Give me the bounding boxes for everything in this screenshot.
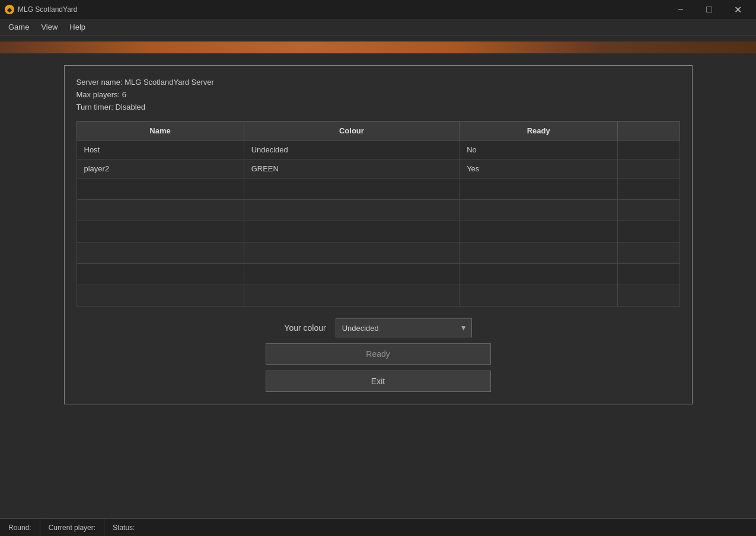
controls-section: Your colour Undecided RED GREEN BLUE YEL… bbox=[76, 318, 680, 392]
lobby-dialog: Server name: MLG ScotlandYard Server Max… bbox=[64, 65, 693, 404]
col-header-name: Name bbox=[76, 122, 244, 141]
status-status: Status: bbox=[104, 519, 143, 536]
colour-dropdown[interactable]: Undecided RED GREEN BLUE YELLOW PURPLE W… bbox=[336, 318, 472, 337]
table-row-empty bbox=[76, 264, 680, 285]
table-row-empty bbox=[76, 221, 680, 243]
table-row-empty bbox=[76, 200, 680, 221]
background-banner bbox=[0, 42, 756, 53]
table-row-empty bbox=[76, 243, 680, 264]
col-header-ready: Ready bbox=[460, 122, 618, 141]
status-bar: Round: Current player: Status: bbox=[0, 518, 756, 536]
minimize-button[interactable]: − bbox=[667, 0, 694, 19]
status-current-player: Current player: bbox=[40, 519, 104, 536]
close-button[interactable]: ✕ bbox=[724, 0, 751, 19]
title-bar-title: MLG ScotlandYard bbox=[18, 5, 78, 14]
title-bar-left: ◆ MLG ScotlandYard bbox=[5, 5, 78, 14]
title-bar-controls: − □ ✕ bbox=[667, 0, 751, 19]
server-name-label: Server name: MLG ScotlandYard Server bbox=[76, 78, 680, 87]
col-header-extra bbox=[618, 122, 680, 141]
turn-timer-label: Turn timer: Disabled bbox=[76, 103, 680, 111]
menu-help[interactable]: Help bbox=[63, 20, 91, 34]
player1-colour: Undecided bbox=[244, 141, 460, 159]
menu-bar: Game View Help bbox=[0, 19, 756, 36]
max-players-label: Max players: 6 bbox=[76, 90, 680, 99]
exit-button[interactable]: Exit bbox=[266, 371, 491, 392]
colour-dropdown-wrapper[interactable]: Undecided RED GREEN BLUE YELLOW PURPLE W… bbox=[336, 318, 472, 337]
player2-colour: GREEN bbox=[244, 159, 460, 178]
title-bar: ◆ MLG ScotlandYard − □ ✕ bbox=[0, 0, 756, 19]
player2-extra bbox=[618, 159, 680, 178]
table-row-empty bbox=[76, 178, 680, 200]
table-row: Host Undecided No bbox=[76, 141, 680, 159]
app-icon: ◆ bbox=[5, 5, 14, 14]
background-area: Server name: MLG ScotlandYard Server Max… bbox=[0, 36, 756, 518]
col-header-colour: Colour bbox=[244, 122, 460, 141]
player2-name: player2 bbox=[76, 159, 244, 178]
player1-ready: No bbox=[460, 141, 618, 159]
ready-button[interactable]: Ready bbox=[266, 343, 491, 365]
players-table: Name Colour Ready Host Undecided No play… bbox=[76, 121, 680, 307]
player1-name: Host bbox=[76, 141, 244, 159]
menu-game[interactable]: Game bbox=[2, 20, 35, 34]
maximize-button[interactable]: □ bbox=[696, 0, 723, 19]
status-round: Round: bbox=[0, 519, 40, 536]
menu-view[interactable]: View bbox=[35, 20, 63, 34]
colour-label: Your colour bbox=[284, 323, 326, 333]
table-row: player2 GREEN Yes bbox=[76, 159, 680, 178]
player1-extra bbox=[618, 141, 680, 159]
player2-ready: Yes bbox=[460, 159, 618, 178]
table-row-empty bbox=[76, 285, 680, 307]
colour-row: Your colour Undecided RED GREEN BLUE YEL… bbox=[284, 318, 471, 337]
